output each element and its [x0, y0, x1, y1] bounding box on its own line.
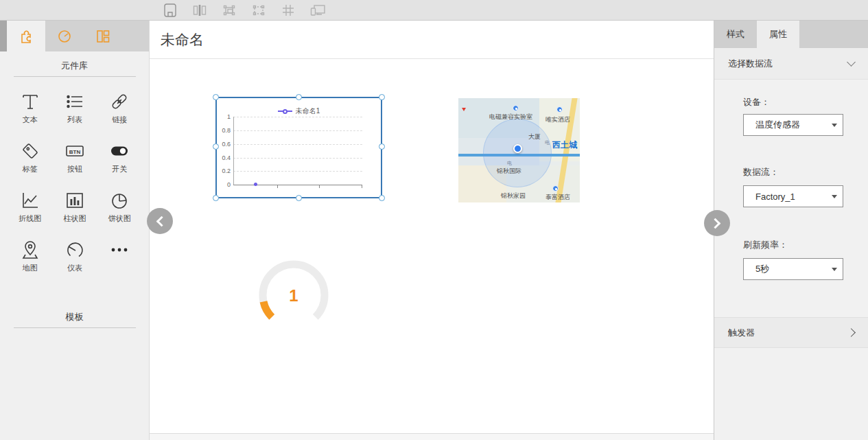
component-gauge[interactable]: 仪表: [52, 235, 97, 284]
tab-style[interactable]: 样式: [714, 21, 757, 48]
gridline: [233, 144, 362, 145]
chart-legend: 未命名1: [217, 106, 381, 116]
text-icon: [19, 91, 41, 113]
gauge-value: 1: [253, 286, 335, 305]
refresh-rate-select[interactable]: 5秒: [743, 258, 843, 280]
component-label: 饼状图: [108, 213, 131, 224]
chevron-left-icon: [156, 216, 167, 227]
svg-text:BTN: BTN: [69, 149, 81, 155]
sidebar-tab-layout[interactable]: [84, 21, 122, 51]
component-map[interactable]: 地图: [8, 235, 52, 284]
list-icon: [64, 91, 86, 113]
dashboard-designer-app: 元件库 文本 列表 链接 标签 BTN 按钮: [0, 0, 868, 440]
tab-properties[interactable]: 属性: [757, 21, 799, 48]
component-label: 链接: [112, 115, 127, 125]
y-axis-tick: 1: [217, 113, 231, 120]
sidebar-tab-components[interactable]: [7, 21, 45, 51]
component-more[interactable]: [97, 235, 142, 284]
component-text[interactable]: 文本: [8, 86, 52, 136]
map-icon: [19, 239, 41, 261]
gridline: [233, 117, 362, 117]
gauge-widget[interactable]: 1: [253, 254, 335, 336]
map-poi-glyph: 电: [545, 139, 550, 146]
legend-line-mark: [287, 111, 292, 112]
component-label: 标签: [23, 164, 38, 174]
component-label: 按钮: [67, 164, 82, 174]
line-chart-widget[interactable]: 未命名1 1 0.8 0.6 0.4 0.2 0: [215, 97, 382, 198]
x-axis: [233, 185, 362, 185]
y-axis-tick: 0: [217, 181, 231, 188]
sidebar-tab-gauges[interactable]: [45, 21, 84, 51]
component-label: 列表: [67, 115, 82, 125]
resize-handle-sw[interactable]: [213, 195, 219, 201]
ungroup-icon[interactable]: [250, 1, 268, 19]
map-label: 唯实酒店: [546, 115, 570, 124]
trigger-label: 触发器: [728, 327, 755, 339]
canvas-header: 未命名: [150, 21, 714, 59]
map-road-label: 西土城: [552, 139, 577, 151]
component-button[interactable]: BTN 按钮: [52, 136, 97, 185]
component-switch[interactable]: 开关: [97, 136, 142, 185]
collapse-panel-button[interactable]: [704, 210, 730, 236]
grid-icon[interactable]: [279, 1, 297, 19]
resize-handle-e[interactable]: [379, 143, 385, 150]
properties-panel: 样式 属性 选择数据流 设备： 温度传感器 数据流： Factory_1 刷新频…: [714, 21, 868, 440]
collapse-sidebar-button[interactable]: [147, 208, 173, 234]
templates-divider: [14, 327, 136, 328]
resize-handle-n[interactable]: [296, 94, 302, 100]
library-divider: [14, 76, 136, 77]
resize-handle-w[interactable]: [213, 143, 219, 150]
project-title[interactable]: 未命名: [161, 30, 204, 49]
component-bar-chart[interactable]: 柱状图: [52, 185, 97, 235]
component-label: 地图: [23, 263, 38, 273]
component-link[interactable]: 链接: [97, 86, 142, 136]
resize-handle-s[interactable]: [296, 195, 302, 201]
chevron-right-icon: [710, 218, 721, 229]
x-axis-tick: [362, 185, 362, 188]
design-canvas[interactable]: 未命名 未命名1 1 0.8 0.6: [150, 21, 714, 440]
device-preview-icon[interactable]: [309, 1, 327, 19]
component-list[interactable]: 列表: [52, 86, 97, 136]
templates-section-title: 模板: [0, 311, 149, 323]
puzzle-icon: [18, 28, 34, 45]
map-label: 电磁兼容实验室: [489, 113, 532, 121]
map-accuracy-circle: [483, 119, 552, 187]
map-poi-icon: [552, 185, 559, 192]
map-poi-icon: [513, 105, 519, 111]
component-label: 柱状图: [63, 213, 86, 224]
component-label: 开关: [112, 164, 127, 174]
bar-chart-icon: [64, 189, 86, 211]
y-axis: [233, 117, 234, 185]
group-icon[interactable]: [220, 1, 238, 19]
distribute-icon[interactable]: [191, 1, 209, 19]
save-icon[interactable]: [161, 1, 179, 19]
component-tag[interactable]: 标签: [8, 136, 52, 185]
refresh-rate-select-value: 5秒: [755, 263, 769, 275]
resize-handle-nw[interactable]: [213, 94, 219, 100]
dropdown-arrow-icon: [832, 195, 837, 198]
map-label: 锦秋国际: [497, 167, 521, 176]
y-axis-tick: 0.8: [217, 127, 231, 134]
more-icon: [108, 239, 130, 261]
datastream-section-header[interactable]: 选择数据流: [714, 48, 868, 80]
resize-handle-se[interactable]: [379, 195, 385, 201]
component-line-chart[interactable]: 折线图: [8, 185, 52, 235]
layout-icon: [95, 28, 111, 45]
gridline: [233, 130, 362, 131]
library-section-title: 元件库: [0, 60, 149, 72]
datastream-select[interactable]: Factory_1: [743, 185, 843, 207]
map-poi-glyph: 电: [507, 160, 512, 167]
canvas-bottom-strip: [150, 434, 714, 440]
trigger-section-row[interactable]: 触发器: [714, 317, 868, 348]
datastream-select-value: Factory_1: [755, 192, 795, 202]
gridline: [233, 171, 362, 172]
link-icon: [108, 91, 130, 113]
component-label: 仪表: [67, 263, 82, 273]
component-pie-chart[interactable]: 饼状图: [97, 185, 142, 235]
sidebar-edge-strip: [0, 21, 7, 51]
x-axis-tick: [277, 185, 278, 188]
map-widget[interactable]: 电 电 1 电磁兼容实验室 唯实酒店 大厦 西土城 锦秋国际 锦秋家园 泰富酒店: [458, 98, 580, 202]
resize-handle-ne[interactable]: [379, 94, 385, 100]
refresh-rate-label: 刷新频率：: [743, 239, 788, 251]
device-select[interactable]: 温度传感器: [743, 114, 843, 136]
